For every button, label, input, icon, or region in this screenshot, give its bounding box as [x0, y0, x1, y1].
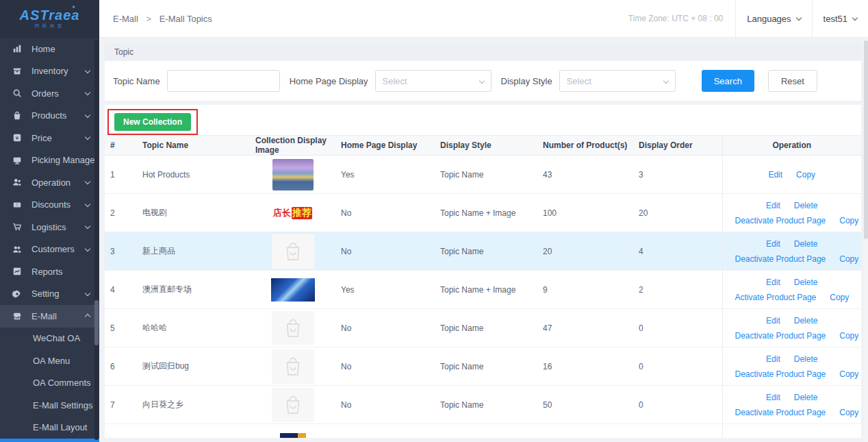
chevron-down-icon	[85, 112, 90, 118]
cell-number-of-products: 47	[537, 309, 633, 347]
cell-topic-name: 测试回归bug	[137, 347, 250, 386]
sidebar-subitem-oa-comments[interactable]: OA Comments	[0, 372, 99, 395]
op-copy-link[interactable]: Copy	[839, 331, 858, 341]
op-deactivate-product-page-link[interactable]: Deactivate Product Page	[735, 369, 826, 379]
cell-home-page-display: No	[335, 194, 435, 232]
sidebar-item-price[interactable]: ¥Price	[0, 127, 99, 149]
op-deactivate-product-page-link[interactable]: Deactivate Product Page	[735, 216, 826, 225]
sidebar-item-inventory[interactable]: Inventory	[0, 60, 99, 83]
column-header-display-style: Display Style	[435, 136, 537, 156]
op-copy-link[interactable]: Copy	[796, 170, 815, 180]
chevron-down-icon	[85, 291, 90, 296]
sidebar-item-home[interactable]: Home	[0, 38, 99, 60]
cell-operation: EditCopy	[722, 156, 861, 194]
cell-display-order	[633, 424, 722, 439]
sidebar-item-discounts[interactable]: Discounts	[0, 194, 99, 217]
op-edit-link[interactable]: Edit	[766, 354, 780, 364]
table-row: ShortbreadEditDelete	[105, 424, 861, 439]
cell-number-of-products: 50	[537, 386, 633, 424]
op-copy-link[interactable]: Copy	[839, 369, 858, 379]
logo-subtitle: 阿斯米亚	[35, 23, 65, 29]
cell-number-of-products: 16	[537, 347, 633, 386]
sidebar-item-reports[interactable]: Reports	[0, 260, 99, 283]
chevron-down-icon	[85, 246, 90, 251]
sidebar-item-customers[interactable]: Customers	[0, 238, 99, 261]
products-bag-icon	[12, 110, 23, 121]
content-area: Topic Topic Name Home Page Display Selec…	[99, 38, 868, 442]
column-header-number-of-product-s: Number of Product(s)	[537, 136, 633, 156]
cell-operation: EditDeleteDeactivate Product PageCopy	[722, 232, 861, 271]
op-delete-link[interactable]: Delete	[794, 316, 818, 326]
sidebar-scrollbar[interactable]	[94, 40, 99, 440]
sidebar-scrollbar-thumb[interactable]	[94, 300, 99, 345]
cell-number-of-products: 20	[537, 232, 633, 271]
placeholder-bag-image	[272, 234, 314, 269]
display-style-select[interactable]: Select	[559, 70, 676, 92]
cell-display-order: 2	[633, 271, 722, 309]
sidebar-subitem-e-mall-topics[interactable]: E-Mall Topics	[0, 439, 99, 442]
chevron-down-icon	[795, 15, 801, 21]
setting-gear-icon	[12, 288, 23, 299]
home-page-display-select[interactable]: Select	[375, 70, 492, 92]
cell-index: 5	[105, 309, 137, 347]
table-row: 4澳洲直邮专场YesTopic Name + Image92EditDelete…	[105, 271, 861, 309]
op-copy-link[interactable]: Copy	[839, 408, 858, 417]
sidebar-item-e-mall[interactable]: E-Mall	[0, 305, 99, 328]
placeholder-bag-image	[272, 311, 314, 345]
op-activate-product-page-link[interactable]: Activate Product Page	[735, 293, 817, 302]
sidebar-item-orders[interactable]: Orders	[0, 82, 99, 105]
op-edit-link[interactable]: Edit	[766, 393, 780, 402]
sidebar-item-operation[interactable]: Operation	[0, 171, 99, 194]
sidebar-item-logistics[interactable]: Logistics	[0, 216, 99, 238]
sidebar-item-setting[interactable]: Setting	[0, 283, 99, 306]
reset-button[interactable]: Reset	[768, 70, 817, 92]
cell-topic-name: 向日葵之乡	[137, 386, 250, 424]
topic-display-image: 店长推荐	[271, 204, 315, 222]
op-copy-link[interactable]: Copy	[839, 216, 858, 225]
page-scrollbar[interactable]	[864, 38, 868, 442]
op-delete-link[interactable]: Delete	[794, 278, 818, 287]
chevron-up-icon	[85, 314, 90, 319]
logo-star-icon: ✦	[71, 4, 76, 10]
search-button[interactable]: Search	[702, 70, 754, 92]
display-style-label: Display Style	[501, 76, 552, 86]
op-delete-link[interactable]: Delete	[794, 201, 818, 210]
op-deactivate-product-page-link[interactable]: Deactivate Product Page	[735, 408, 826, 417]
cell-display-order: 20	[633, 194, 722, 232]
breadcrumb-root[interactable]: E-Mall	[113, 14, 138, 24]
sidebar-item-picking-manage[interactable]: Picking Manage	[0, 149, 99, 172]
op-edit-link[interactable]: Edit	[766, 239, 780, 249]
cell-display-style: Topic Name + Image	[435, 271, 537, 309]
table-row: 7向日葵之乡NoTopic Name500EditDeleteDeactivat…	[105, 386, 861, 424]
op-edit-link[interactable]: Edit	[766, 316, 780, 326]
cell-topic-name	[137, 424, 250, 439]
page-scrollbar-thumb[interactable]	[864, 40, 868, 239]
op-delete-link[interactable]: Delete	[794, 393, 818, 402]
new-collection-button[interactable]: New Collection	[114, 113, 191, 131]
picking-monitor-icon	[12, 155, 23, 166]
cell-index: 7	[105, 386, 137, 424]
op-edit-link[interactable]: Edit	[768, 170, 782, 180]
op-copy-link[interactable]: Copy	[830, 293, 849, 302]
op-edit-link[interactable]: Edit	[766, 278, 780, 287]
op-deactivate-product-page-link[interactable]: Deactivate Product Page	[735, 254, 826, 264]
languages-dropdown[interactable]: Languages	[736, 0, 811, 37]
op-edit-link[interactable]: Edit	[766, 201, 780, 210]
topics-table: #Topic NameCollection Display ImageHome …	[105, 135, 861, 438]
sidebar-subitem-e-mall-settings[interactable]: E-Mall Settings	[0, 394, 99, 417]
sidebar-subitem-wechat-oa[interactable]: WeChat OA	[0, 328, 99, 350]
cell-topic-name: 澳洲直邮专场	[137, 271, 250, 309]
cell-display-style: Topic Name	[435, 309, 537, 347]
op-copy-link[interactable]: Copy	[839, 254, 858, 264]
sidebar-subitem-oa-menu[interactable]: OA Menu	[0, 349, 99, 372]
column-header-collection-display-image: Collection Display Image	[250, 136, 335, 156]
panel-title: Topic	[105, 43, 861, 61]
topic-name-input[interactable]	[167, 70, 280, 92]
sidebar-subitem-e-mall-layout[interactable]: E-Mall Layout	[0, 417, 99, 439]
sidebar-item-products[interactable]: Products	[0, 105, 99, 127]
op-deactivate-product-page-link[interactable]: Deactivate Product Page	[735, 331, 826, 341]
op-delete-link[interactable]: Delete	[794, 239, 818, 249]
topbar: E-Mall > E-Mall Topics Time Zone: UTC + …	[99, 0, 868, 38]
op-delete-link[interactable]: Delete	[794, 354, 818, 364]
user-dropdown[interactable]: test51	[813, 0, 868, 37]
